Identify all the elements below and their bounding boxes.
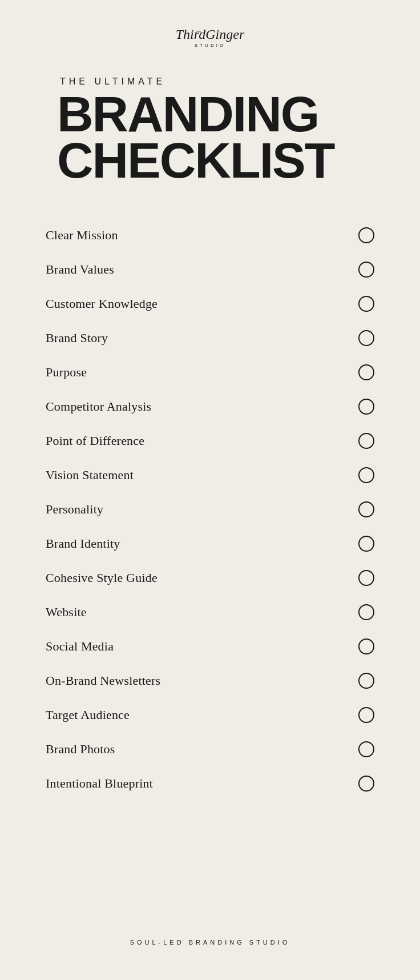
checklist-item[interactable]: Intentional Blueprint — [46, 766, 374, 801]
header-section: THE ULTIMATE BRANDING CHECKLIST — [0, 77, 420, 184]
checklist-item[interactable]: Clear Mission — [46, 218, 374, 252]
checklist-label: Brand Story — [46, 331, 108, 346]
checklist-item[interactable]: Brand Values — [46, 252, 374, 287]
checklist-label: Customer Knowledge — [46, 296, 158, 311]
checklist-label: Purpose — [46, 365, 87, 380]
checklist-item[interactable]: Brand Story — [46, 321, 374, 355]
checklist-circle[interactable] — [358, 776, 374, 792]
checklist-item[interactable]: Cohesive Style Guide — [46, 561, 374, 595]
checklist-circle[interactable] — [358, 262, 374, 278]
main-title: BRANDING CHECKLIST — [57, 91, 363, 184]
checklist-circle[interactable] — [358, 638, 374, 654]
logo: ThirdGinger STUDIO — [164, 23, 256, 54]
checklist-label: Intentional Blueprint — [46, 776, 153, 791]
logo-area: ThirdGinger STUDIO — [164, 23, 256, 54]
checklist-item[interactable]: Competitor Analysis — [46, 389, 374, 424]
checklist-circle[interactable] — [358, 570, 374, 586]
checklist-label: Competitor Analysis — [46, 399, 151, 414]
checklist-circle[interactable] — [358, 364, 374, 380]
checklist-item[interactable]: Social Media — [46, 629, 374, 664]
checklist-item[interactable]: On-Brand Newsletters — [46, 664, 374, 698]
checklist-item[interactable]: Brand Photos — [46, 732, 374, 766]
checklist-label: On-Brand Newsletters — [46, 673, 160, 688]
checklist-label: Cohesive Style Guide — [46, 571, 158, 585]
checklist-item[interactable]: Point of Difference — [46, 424, 374, 458]
checklist-circle[interactable] — [358, 296, 374, 312]
checklist-item[interactable]: Customer Knowledge — [46, 287, 374, 321]
checklist-circle[interactable] — [358, 604, 374, 620]
checklist-label: Brand Identity — [46, 536, 120, 551]
svg-text:ThirdGinger: ThirdGinger — [176, 27, 245, 42]
checklist-circle[interactable] — [358, 536, 374, 552]
checklist-circle[interactable] — [358, 227, 374, 243]
checklist-label: Clear Mission — [46, 228, 118, 243]
checklist-label: Brand Values — [46, 262, 114, 277]
checklist-item[interactable]: Purpose — [46, 355, 374, 389]
checklist-section: Clear MissionBrand ValuesCustomer Knowle… — [0, 218, 420, 801]
checklist-label: Vision Statement — [46, 468, 134, 483]
checklist-circle[interactable] — [358, 433, 374, 449]
checklist-circle[interactable] — [358, 399, 374, 415]
checklist-label: Brand Photos — [46, 742, 115, 757]
checklist-label: Website — [46, 605, 87, 620]
checklist-circle[interactable] — [358, 467, 374, 483]
checklist-item[interactable]: Personality — [46, 492, 374, 527]
checklist-item[interactable]: Target Audience — [46, 698, 374, 732]
checklist-item[interactable]: Website — [46, 595, 374, 629]
title-line2: CHECKLIST — [57, 132, 334, 188]
checklist-circle[interactable] — [358, 330, 374, 346]
page-wrapper: ThirdGinger STUDIO THE ULTIMATE BRANDING… — [0, 0, 420, 980]
checklist-item[interactable]: Vision Statement — [46, 458, 374, 492]
checklist-label: Social Media — [46, 639, 114, 654]
checklist-circle[interactable] — [358, 673, 374, 689]
checklist-label: Point of Difference — [46, 433, 144, 448]
checklist-label: Target Audience — [46, 708, 130, 722]
checklist-circle[interactable] — [358, 741, 374, 757]
checklist-item[interactable]: Brand Identity — [46, 527, 374, 561]
checklist-circle[interactable] — [358, 501, 374, 517]
footer: SOUL-LED BRANDING STUDIO — [130, 905, 290, 946]
checklist-circle[interactable] — [358, 707, 374, 723]
checklist-label: Personality — [46, 502, 103, 517]
svg-text:STUDIO: STUDIO — [195, 43, 225, 48]
